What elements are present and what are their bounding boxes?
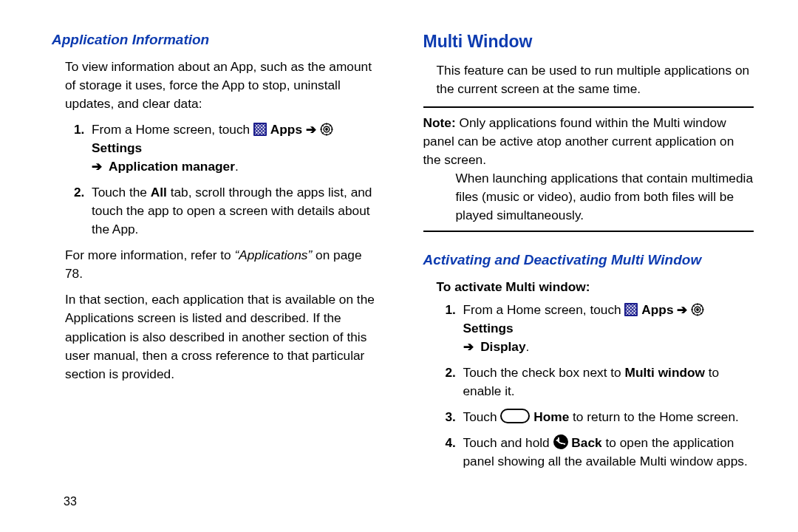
app-manager-label: Application manager xyxy=(106,159,235,174)
step-text: Touch the xyxy=(92,185,151,200)
svg-point-2 xyxy=(325,129,327,130)
arrow-icon: ➔ xyxy=(92,159,102,174)
step-1: 1. From a Home screen, touch Apps ➔ Sett… xyxy=(52,120,383,176)
to-activate-label: To activate Multi window: xyxy=(423,278,754,296)
step-text: From a Home screen, touch xyxy=(463,302,625,317)
back-icon xyxy=(553,434,568,449)
step-text: From a Home screen, touch xyxy=(92,122,253,137)
step-number: 2. xyxy=(446,364,463,400)
activate-step-2: 2. Touch the check box next to Multi win… xyxy=(423,364,754,400)
app-info-heading: Application Information xyxy=(52,30,383,50)
step-number: 2. xyxy=(74,183,92,239)
home-button-icon xyxy=(500,409,530,423)
multi-window-label: Multi window xyxy=(625,365,705,380)
activate-step-3: 3. Touch Home to return to the Home scre… xyxy=(423,408,754,426)
step-text: Touch and hold xyxy=(463,435,553,450)
back-label: Back xyxy=(571,435,601,450)
settings-icon xyxy=(320,123,333,136)
step-text: Touch xyxy=(463,409,501,424)
svg-point-13 xyxy=(697,308,698,310)
arrow-icon: ➔ xyxy=(677,302,687,317)
applications-ref: “Applications” xyxy=(235,248,313,262)
app-info-intro: To view information about an App, such a… xyxy=(52,58,383,113)
note-box: Note: Only applications found within the… xyxy=(423,106,754,232)
app-info-para: In that section, each application that i… xyxy=(52,290,383,383)
display-label: Display xyxy=(477,339,525,354)
settings-label: Settings xyxy=(92,140,142,155)
arrow-icon: ➔ xyxy=(463,339,474,354)
all-tab-label: All xyxy=(151,185,167,200)
page-number: 33 xyxy=(64,493,77,510)
multi-window-intro: This feature can be used to run multiple… xyxy=(423,61,754,98)
note-text-1: Only applications found within the Multi… xyxy=(423,115,734,167)
note-label: Note: xyxy=(423,115,456,130)
apps-icon xyxy=(624,303,638,316)
step-2: 2. Touch the All tab, scroll through the… xyxy=(52,183,383,239)
home-label: Home xyxy=(533,409,569,424)
cross-ref: For more information, refer to “Applicat… xyxy=(52,246,383,283)
arrow-icon: ➔ xyxy=(306,122,316,137)
activate-step-1: 1. From a Home screen, touch Apps ➔ Sett… xyxy=(423,301,754,356)
settings-label: Settings xyxy=(463,321,514,335)
activate-step-4: 4. Touch and hold Back to open the appli… xyxy=(423,434,754,471)
step-text: to return to the Home screen. xyxy=(569,409,739,424)
multi-window-heading: Multi Window xyxy=(423,30,754,54)
apps-icon xyxy=(253,123,267,136)
step-number: 3. xyxy=(446,408,463,426)
settings-icon xyxy=(691,303,704,316)
right-column: Multi Window This feature can be used to… xyxy=(423,30,754,517)
step-number: 1. xyxy=(74,120,92,176)
note-text-2: When launching applications that contain… xyxy=(423,169,754,225)
step-number: 4. xyxy=(446,434,463,471)
step-number: 1. xyxy=(446,301,463,356)
step-text: Touch the check box next to xyxy=(463,365,625,380)
apps-label: Apps xyxy=(641,302,677,317)
left-column: Application Information To view informat… xyxy=(52,30,383,517)
apps-label: Apps xyxy=(270,122,306,137)
activate-heading: Activating and Deactivating Multi Window xyxy=(423,250,754,270)
